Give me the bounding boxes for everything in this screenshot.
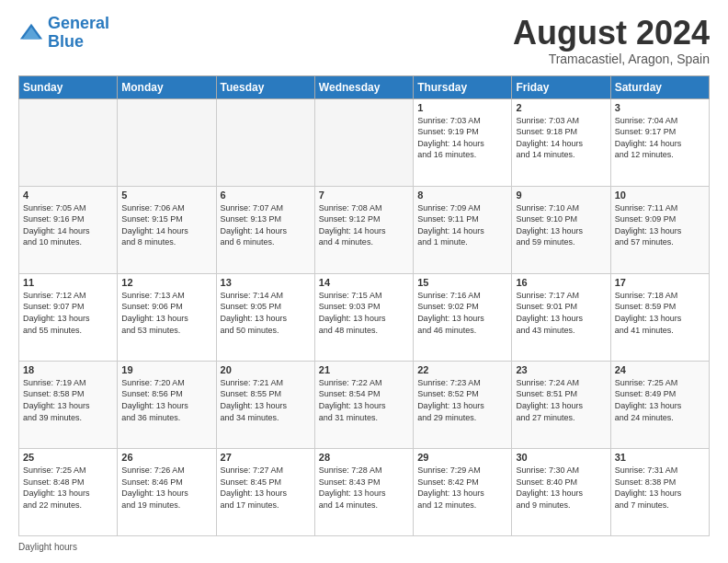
day-info: Sunrise: 7:09 AM Sunset: 9:11 PM Dayligh…: [417, 202, 507, 248]
calendar-header-monday: Monday: [118, 75, 216, 98]
day-info: Sunrise: 7:07 AM Sunset: 9:13 PM Dayligh…: [221, 202, 311, 248]
day-number: 27: [221, 452, 311, 463]
day-info: Sunrise: 7:25 AM Sunset: 8:49 PM Dayligh…: [615, 377, 705, 423]
calendar-cell: 13Sunrise: 7:14 AM Sunset: 9:05 PM Dayli…: [216, 273, 314, 361]
month-year: August 2024: [513, 15, 710, 52]
calendar-cell: 6Sunrise: 7:07 AM Sunset: 9:13 PM Daylig…: [216, 186, 314, 273]
day-number: 1: [417, 102, 507, 113]
day-info: Sunrise: 7:27 AM Sunset: 8:45 PM Dayligh…: [221, 465, 311, 511]
day-info: Sunrise: 7:03 AM Sunset: 9:19 PM Dayligh…: [417, 115, 507, 161]
day-number: 15: [417, 277, 507, 288]
calendar-table: SundayMondayTuesdayWednesdayThursdayFrid…: [18, 75, 710, 536]
day-number: 19: [121, 364, 211, 375]
day-info: Sunrise: 7:26 AM Sunset: 8:46 PM Dayligh…: [121, 465, 211, 511]
day-number: 10: [615, 190, 705, 201]
logo-text: General Blue: [48, 15, 109, 52]
day-number: 5: [121, 190, 211, 201]
calendar-cell: 23Sunrise: 7:24 AM Sunset: 8:51 PM Dayli…: [512, 361, 610, 448]
day-info: Sunrise: 7:31 AM Sunset: 8:38 PM Dayligh…: [615, 465, 705, 511]
day-number: 18: [23, 364, 113, 375]
day-info: Sunrise: 7:08 AM Sunset: 9:12 PM Dayligh…: [319, 202, 409, 248]
calendar-header-row: SundayMondayTuesdayWednesdayThursdayFrid…: [19, 75, 710, 98]
calendar-cell: 8Sunrise: 7:09 AM Sunset: 9:11 PM Daylig…: [414, 186, 512, 273]
calendar-cell: 29Sunrise: 7:29 AM Sunset: 8:42 PM Dayli…: [414, 448, 512, 535]
calendar-week-2: 11Sunrise: 7:12 AM Sunset: 9:07 PM Dayli…: [19, 273, 710, 361]
day-info: Sunrise: 7:06 AM Sunset: 9:15 PM Dayligh…: [121, 202, 211, 248]
calendar-cell: 19Sunrise: 7:20 AM Sunset: 8:56 PM Dayli…: [118, 361, 216, 448]
calendar-cell: 1Sunrise: 7:03 AM Sunset: 9:19 PM Daylig…: [414, 98, 512, 186]
day-info: Sunrise: 7:28 AM Sunset: 8:43 PM Dayligh…: [319, 465, 409, 511]
calendar-header-sunday: Sunday: [19, 75, 118, 98]
day-info: Sunrise: 7:22 AM Sunset: 8:54 PM Dayligh…: [319, 377, 409, 423]
day-info: Sunrise: 7:30 AM Sunset: 8:40 PM Dayligh…: [516, 465, 606, 511]
calendar-cell: 10Sunrise: 7:11 AM Sunset: 9:09 PM Dayli…: [610, 186, 709, 273]
calendar-cell: [19, 98, 118, 186]
calendar-header-friday: Friday: [512, 75, 610, 98]
day-number: 7: [319, 190, 409, 201]
calendar-header-tuesday: Tuesday: [216, 75, 314, 98]
logo: General Blue: [18, 15, 109, 52]
title-block: August 2024 Tramacastiel, Aragon, Spain: [513, 15, 710, 66]
day-info: Sunrise: 7:03 AM Sunset: 9:18 PM Dayligh…: [516, 115, 606, 161]
calendar-cell: 16Sunrise: 7:17 AM Sunset: 9:01 PM Dayli…: [512, 273, 610, 361]
calendar-cell: 3Sunrise: 7:04 AM Sunset: 9:17 PM Daylig…: [610, 98, 709, 186]
calendar-cell: 21Sunrise: 7:22 AM Sunset: 8:54 PM Dayli…: [314, 361, 413, 448]
day-number: 22: [417, 364, 507, 375]
day-number: 3: [615, 102, 705, 113]
calendar-header-saturday: Saturday: [610, 75, 709, 98]
day-number: 2: [516, 102, 606, 113]
calendar-week-3: 18Sunrise: 7:19 AM Sunset: 8:58 PM Dayli…: [19, 361, 710, 448]
day-number: 4: [23, 190, 113, 201]
day-info: Sunrise: 7:25 AM Sunset: 8:48 PM Dayligh…: [23, 465, 113, 511]
calendar-cell: 12Sunrise: 7:13 AM Sunset: 9:06 PM Dayli…: [118, 273, 216, 361]
calendar-header-wednesday: Wednesday: [314, 75, 413, 98]
day-info: Sunrise: 7:14 AM Sunset: 9:05 PM Dayligh…: [221, 290, 311, 336]
day-info: Sunrise: 7:24 AM Sunset: 8:51 PM Dayligh…: [516, 377, 606, 423]
calendar-cell: 18Sunrise: 7:19 AM Sunset: 8:58 PM Dayli…: [19, 361, 118, 448]
logo-blue: Blue: [48, 32, 84, 51]
day-number: 28: [319, 452, 409, 463]
calendar-cell: 11Sunrise: 7:12 AM Sunset: 9:07 PM Dayli…: [19, 273, 118, 361]
day-info: Sunrise: 7:19 AM Sunset: 8:58 PM Dayligh…: [23, 377, 113, 423]
calendar-cell: [118, 98, 216, 186]
day-number: 17: [615, 277, 705, 288]
calendar-cell: 17Sunrise: 7:18 AM Sunset: 8:59 PM Dayli…: [610, 273, 709, 361]
day-info: Sunrise: 7:12 AM Sunset: 9:07 PM Dayligh…: [23, 290, 113, 336]
day-info: Sunrise: 7:17 AM Sunset: 9:01 PM Dayligh…: [516, 290, 606, 336]
calendar-cell: 5Sunrise: 7:06 AM Sunset: 9:15 PM Daylig…: [118, 186, 216, 273]
calendar-cell: 30Sunrise: 7:30 AM Sunset: 8:40 PM Dayli…: [512, 448, 610, 535]
day-number: 25: [23, 452, 113, 463]
day-info: Sunrise: 7:05 AM Sunset: 9:16 PM Dayligh…: [23, 202, 113, 248]
logo-general: General: [48, 14, 109, 32]
calendar-cell: 28Sunrise: 7:28 AM Sunset: 8:43 PM Dayli…: [314, 448, 413, 535]
day-number: 11: [23, 277, 113, 288]
footer: Daylight hours: [18, 542, 710, 552]
day-info: Sunrise: 7:18 AM Sunset: 8:59 PM Dayligh…: [615, 290, 705, 336]
day-number: 13: [221, 277, 311, 288]
day-info: Sunrise: 7:23 AM Sunset: 8:52 PM Dayligh…: [417, 377, 507, 423]
day-info: Sunrise: 7:13 AM Sunset: 9:06 PM Dayligh…: [121, 290, 211, 336]
day-info: Sunrise: 7:16 AM Sunset: 9:02 PM Dayligh…: [417, 290, 507, 336]
calendar-week-4: 25Sunrise: 7:25 AM Sunset: 8:48 PM Dayli…: [19, 448, 710, 535]
day-number: 29: [417, 452, 507, 463]
calendar-cell: 22Sunrise: 7:23 AM Sunset: 8:52 PM Dayli…: [414, 361, 512, 448]
day-number: 6: [221, 190, 311, 201]
header: General Blue August 2024 Tramacastiel, A…: [18, 15, 710, 66]
calendar-cell: 4Sunrise: 7:05 AM Sunset: 9:16 PM Daylig…: [19, 186, 118, 273]
calendar-cell: 27Sunrise: 7:27 AM Sunset: 8:45 PM Dayli…: [216, 448, 314, 535]
calendar-cell: 26Sunrise: 7:26 AM Sunset: 8:46 PM Dayli…: [118, 448, 216, 535]
calendar-cell: 20Sunrise: 7:21 AM Sunset: 8:55 PM Dayli…: [216, 361, 314, 448]
calendar-week-0: 1Sunrise: 7:03 AM Sunset: 9:19 PM Daylig…: [19, 98, 710, 186]
calendar-cell: 31Sunrise: 7:31 AM Sunset: 8:38 PM Dayli…: [610, 448, 709, 535]
day-number: 12: [121, 277, 211, 288]
calendar-cell: 7Sunrise: 7:08 AM Sunset: 9:12 PM Daylig…: [314, 186, 413, 273]
calendar-cell: 24Sunrise: 7:25 AM Sunset: 8:49 PM Dayli…: [610, 361, 709, 448]
calendar-cell: 25Sunrise: 7:25 AM Sunset: 8:48 PM Dayli…: [19, 448, 118, 535]
day-number: 24: [615, 364, 705, 375]
calendar-cell: [216, 98, 314, 186]
day-number: 9: [516, 190, 606, 201]
day-number: 20: [221, 364, 311, 375]
calendar-week-1: 4Sunrise: 7:05 AM Sunset: 9:16 PM Daylig…: [19, 186, 710, 273]
day-info: Sunrise: 7:11 AM Sunset: 9:09 PM Dayligh…: [615, 202, 705, 248]
page: General Blue August 2024 Tramacastiel, A…: [0, 0, 728, 563]
